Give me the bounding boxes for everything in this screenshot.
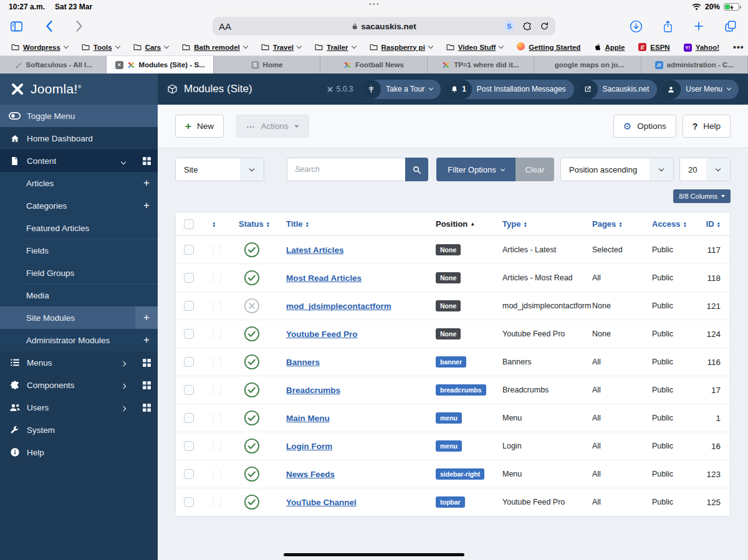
sort-select[interactable]: Position ascending: [560, 158, 674, 181]
column-header-type[interactable]: Type: [502, 219, 520, 229]
drag-handle-icon[interactable]: ⋮⋮: [209, 442, 224, 450]
module-title-link[interactable]: News Feeds: [286, 470, 335, 479]
reader-view-button[interactable]: AA: [219, 21, 231, 32]
dashboard-grid-icon[interactable]: [135, 404, 158, 412]
chevron-icon[interactable]: [122, 358, 125, 368]
module-title-link[interactable]: Latest Articles: [286, 245, 344, 255]
ordering-sort-icon[interactable]: ▲▼: [212, 221, 216, 227]
limit-select[interactable]: 20: [679, 158, 731, 181]
bookmark-item[interactable]: Wordpress: [11, 44, 68, 51]
row-checkbox[interactable]: [184, 357, 194, 367]
browser-tab[interactable]: Softaculous - All I...: [0, 56, 107, 74]
search-input[interactable]: [287, 158, 405, 181]
row-checkbox[interactable]: [184, 469, 194, 479]
module-title-link[interactable]: Most Read Articles: [286, 273, 362, 283]
chevron-icon[interactable]: [122, 156, 125, 166]
bookmark-item[interactable]: Trailer: [315, 44, 356, 51]
sort-icon[interactable]: ▲▼: [305, 221, 309, 227]
multitasking-handle-icon[interactable]: [370, 3, 379, 5]
browser-tab[interactable]: × Modules (Site) - S...: [107, 56, 213, 74]
sidebar-item[interactable]: Toggle Menu: [0, 105, 158, 127]
drag-handle-icon[interactable]: ⋮⋮: [209, 386, 224, 394]
sidebar-item[interactable]: Articles +: [0, 172, 158, 194]
actions-button[interactable]: ⋯ Actions: [236, 115, 309, 138]
bookmark-item[interactable]: Tools: [82, 44, 120, 51]
browser-tab[interactable]: TP=1 where did it...: [428, 56, 534, 74]
sidebar-item[interactable]: Media: [0, 284, 158, 306]
chevron-icon[interactable]: [122, 381, 125, 390]
sort-icon[interactable]: ▲▼: [523, 221, 527, 227]
select-all-checkbox[interactable]: [184, 219, 194, 229]
drag-handle-icon[interactable]: ⋮⋮: [209, 498, 224, 506]
status-icon[interactable]: [244, 410, 260, 426]
row-checkbox[interactable]: [184, 301, 194, 311]
forward-icon[interactable]: [75, 20, 83, 32]
drag-handle-icon[interactable]: ⋮⋮: [209, 358, 224, 366]
header-pill-button[interactable]: User Menu: [661, 80, 739, 99]
extension-s-icon[interactable]: S: [504, 21, 515, 32]
status-icon[interactable]: [244, 326, 260, 342]
header-pill-button[interactable]: Sacauskis.net: [578, 80, 658, 99]
chevron-icon[interactable]: [122, 403, 125, 412]
sidebar-item[interactable]: Site Modules +: [0, 306, 158, 329]
bookmarks-overflow-icon[interactable]: •••: [733, 42, 744, 52]
sidebar-item[interactable]: Home Dashboard: [0, 127, 158, 149]
browser-tab[interactable]: J! administration - C...: [641, 56, 748, 74]
options-button[interactable]: ⚙ Options: [613, 115, 676, 138]
module-title-link[interactable]: YouTube Channel: [286, 498, 357, 507]
sort-icon[interactable]: ▲▼: [683, 221, 687, 227]
module-title-link[interactable]: Login Form: [286, 442, 332, 451]
column-header-access[interactable]: Access: [652, 219, 681, 229]
dashboard-grid-icon[interactable]: [135, 359, 158, 367]
row-checkbox[interactable]: [184, 273, 194, 283]
extensions-puzzle-icon[interactable]: [522, 21, 532, 31]
status-icon[interactable]: [244, 466, 260, 482]
module-title-link[interactable]: mod_jdsimplecontactform: [286, 301, 391, 311]
sort-icon[interactable]: ▲▼: [717, 221, 721, 227]
status-icon[interactable]: [244, 438, 260, 454]
share-icon[interactable]: [663, 20, 673, 33]
column-header-id[interactable]: ID: [706, 219, 714, 229]
clear-button[interactable]: Clear: [515, 158, 554, 181]
reload-icon[interactable]: [540, 21, 549, 31]
browser-tab[interactable]: Football News: [320, 56, 427, 74]
module-title-link[interactable]: Banners: [286, 358, 320, 367]
status-icon[interactable]: [244, 354, 260, 370]
tabs-overview-icon[interactable]: [724, 20, 737, 32]
header-pill-button[interactable]: 1 Post Installation Messages: [445, 80, 573, 99]
new-tab-icon[interactable]: [693, 21, 704, 32]
header-pill-button[interactable]: Take a Tour: [362, 80, 441, 99]
bookmark-item[interactable]: Cars: [133, 44, 169, 51]
sidebar-toggle-icon[interactable]: [10, 21, 23, 32]
status-icon[interactable]: [244, 382, 260, 398]
home-indicator[interactable]: [284, 553, 464, 556]
module-title-link[interactable]: Breadcrumbs: [286, 386, 340, 395]
add-new-icon[interactable]: +: [135, 329, 158, 351]
module-title-link[interactable]: Main Menu: [286, 414, 330, 423]
sidebar-item[interactable]: System: [0, 419, 158, 441]
drag-handle-icon[interactable]: ⋮⋮: [209, 301, 224, 310]
dashboard-grid-icon[interactable]: [135, 381, 158, 389]
add-new-icon[interactable]: +: [135, 306, 158, 329]
sidebar-item[interactable]: Categories +: [0, 194, 158, 217]
sidebar-item[interactable]: Administrator Modules +: [0, 329, 158, 351]
bookmark-item[interactable]: Y! Yahoo!: [684, 43, 719, 52]
sidebar-item[interactable]: Components: [0, 374, 158, 396]
module-title-link[interactable]: Youtube Feed Pro: [286, 330, 358, 339]
sidebar-item[interactable]: Featured Articles: [0, 217, 158, 239]
browser-tab[interactable]: S Home: [214, 56, 320, 74]
row-checkbox[interactable]: [184, 329, 194, 339]
close-tab-icon[interactable]: ×: [115, 61, 123, 69]
filter-options-button[interactable]: Filter Options: [436, 158, 515, 181]
row-checkbox[interactable]: [184, 497, 194, 507]
browser-tab[interactable]: google maps on jo...: [534, 56, 641, 74]
row-checkbox[interactable]: [184, 413, 194, 423]
drag-handle-icon[interactable]: ⋮⋮: [209, 330, 224, 338]
sidebar-item[interactable]: Fields: [0, 239, 158, 262]
bookmark-item[interactable]: Bath remodel: [182, 44, 247, 51]
sidebar-item[interactable]: Help: [0, 441, 158, 463]
sidebar-item[interactable]: Users: [0, 396, 158, 419]
status-icon[interactable]: [244, 270, 260, 286]
add-new-icon[interactable]: +: [135, 194, 158, 217]
column-header-status[interactable]: Status: [239, 219, 264, 229]
